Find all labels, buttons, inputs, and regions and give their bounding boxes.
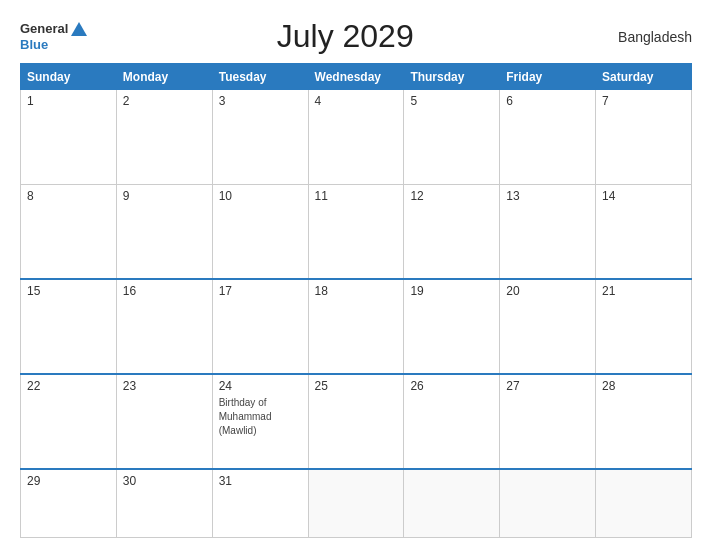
country-label: Bangladesh — [602, 29, 692, 45]
day-number: 22 — [27, 379, 110, 393]
day-number: 30 — [123, 474, 206, 488]
day-number: 15 — [27, 284, 110, 298]
day-number: 29 — [27, 474, 110, 488]
day-cell: 10 — [212, 184, 308, 279]
calendar-page: General Blue July 2029 Bangladesh Sunday… — [0, 0, 712, 550]
day-cell: 16 — [116, 279, 212, 374]
day-number: 20 — [506, 284, 589, 298]
day-cell: 19 — [404, 279, 500, 374]
day-cell: 21 — [596, 279, 692, 374]
day-cell: 30 — [116, 469, 212, 538]
day-cell: 24Birthday of Muhammad (Mawlid) — [212, 374, 308, 469]
header-monday: Monday — [116, 64, 212, 90]
event-label: Birthday of Muhammad (Mawlid) — [219, 397, 272, 436]
day-number: 2 — [123, 94, 206, 108]
day-cell: 2 — [116, 90, 212, 185]
day-cell: 23 — [116, 374, 212, 469]
day-cell: 1 — [21, 90, 117, 185]
day-number: 5 — [410, 94, 493, 108]
day-number: 27 — [506, 379, 589, 393]
day-cell: 5 — [404, 90, 500, 185]
day-number: 8 — [27, 189, 110, 203]
day-number: 11 — [315, 189, 398, 203]
day-cell: 25 — [308, 374, 404, 469]
calendar-week-5: 293031 — [21, 469, 692, 538]
day-number: 28 — [602, 379, 685, 393]
calendar-body: 123456789101112131415161718192021222324B… — [21, 90, 692, 538]
logo-blue: Blue — [20, 38, 48, 52]
calendar-table: Sunday Monday Tuesday Wednesday Thursday… — [20, 63, 692, 538]
day-number: 14 — [602, 189, 685, 203]
day-number: 16 — [123, 284, 206, 298]
day-number: 9 — [123, 189, 206, 203]
day-number: 25 — [315, 379, 398, 393]
day-number: 13 — [506, 189, 589, 203]
day-cell: 15 — [21, 279, 117, 374]
day-cell: 14 — [596, 184, 692, 279]
calendar-week-3: 15161718192021 — [21, 279, 692, 374]
logo: General Blue — [20, 20, 88, 52]
header-saturday: Saturday — [596, 64, 692, 90]
day-cell: 29 — [21, 469, 117, 538]
day-number: 10 — [219, 189, 302, 203]
day-number: 23 — [123, 379, 206, 393]
day-number: 26 — [410, 379, 493, 393]
day-cell: 9 — [116, 184, 212, 279]
day-cell: 4 — [308, 90, 404, 185]
day-cell: 11 — [308, 184, 404, 279]
day-number: 31 — [219, 474, 302, 488]
day-cell: 6 — [500, 90, 596, 185]
header-tuesday: Tuesday — [212, 64, 308, 90]
day-cell: 13 — [500, 184, 596, 279]
header-friday: Friday — [500, 64, 596, 90]
logo-general: General — [20, 22, 68, 36]
day-cell: 3 — [212, 90, 308, 185]
day-number: 3 — [219, 94, 302, 108]
calendar-title: July 2029 — [88, 18, 602, 55]
day-cell: 18 — [308, 279, 404, 374]
svg-marker-0 — [71, 22, 87, 36]
day-number: 4 — [315, 94, 398, 108]
day-number: 1 — [27, 94, 110, 108]
day-cell — [308, 469, 404, 538]
day-number: 21 — [602, 284, 685, 298]
day-cell: 31 — [212, 469, 308, 538]
calendar-week-1: 1234567 — [21, 90, 692, 185]
day-cell — [596, 469, 692, 538]
logo-triangle-icon — [70, 20, 88, 38]
day-number: 17 — [219, 284, 302, 298]
day-cell: 26 — [404, 374, 500, 469]
page-header: General Blue July 2029 Bangladesh — [20, 18, 692, 55]
day-cell: 7 — [596, 90, 692, 185]
day-number: 18 — [315, 284, 398, 298]
calendar-week-2: 891011121314 — [21, 184, 692, 279]
header-thursday: Thursday — [404, 64, 500, 90]
day-cell: 22 — [21, 374, 117, 469]
day-number: 12 — [410, 189, 493, 203]
day-cell — [500, 469, 596, 538]
day-cell: 12 — [404, 184, 500, 279]
day-number: 19 — [410, 284, 493, 298]
day-cell: 8 — [21, 184, 117, 279]
day-number: 7 — [602, 94, 685, 108]
header-sunday: Sunday — [21, 64, 117, 90]
day-cell: 17 — [212, 279, 308, 374]
header-wednesday: Wednesday — [308, 64, 404, 90]
days-header-row: Sunday Monday Tuesday Wednesday Thursday… — [21, 64, 692, 90]
day-cell: 28 — [596, 374, 692, 469]
day-cell: 20 — [500, 279, 596, 374]
calendar-week-4: 222324Birthday of Muhammad (Mawlid)25262… — [21, 374, 692, 469]
day-cell — [404, 469, 500, 538]
day-number: 24 — [219, 379, 302, 393]
day-cell: 27 — [500, 374, 596, 469]
day-number: 6 — [506, 94, 589, 108]
